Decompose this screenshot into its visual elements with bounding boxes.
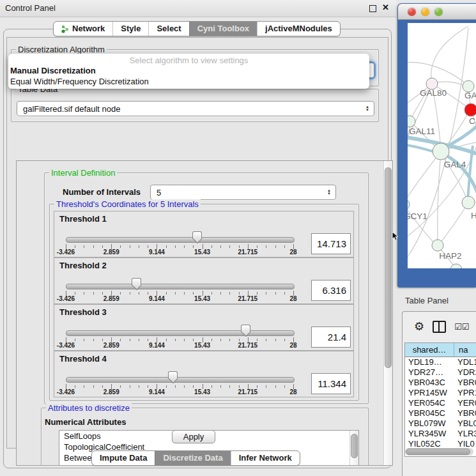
mac-minimize-icon[interactable] — [421, 8, 429, 16]
tick-mark — [193, 385, 194, 388]
network-edge[interactable] — [408, 151, 441, 203]
combo-stepper-icon: ▲▼ — [365, 105, 369, 112]
tab-infer-network[interactable]: Infer Network — [231, 451, 300, 465]
tab-label: Impute Data — [100, 451, 147, 465]
group-title-interval-definition: Interval Definition — [49, 168, 117, 178]
tab-style[interactable]: Style — [112, 22, 148, 36]
threshold-value-input[interactable]: 21.4 — [311, 326, 351, 348]
network-canvas[interactable]: GAL80GACGAL11GAL4GCY1HHAP2 — [408, 23, 476, 268]
tick-mark — [148, 385, 148, 388]
attributes-scrollbar-thumb[interactable] — [351, 434, 358, 458]
table-row[interactable]: YLR345WYLR3 — [405, 429, 476, 439]
threshold-slider-thumb[interactable] — [192, 231, 202, 244]
tick-label: 28 — [289, 388, 296, 395]
table-row[interactable]: YBR045CYBR0 — [405, 408, 476, 418]
group-title-thresholds: Threshold's Coordinates for 5 Intervals — [54, 199, 201, 209]
threshold-slider-track[interactable] — [66, 237, 295, 243]
network-edge[interactable] — [440, 204, 467, 244]
tab-select[interactable]: Select — [148, 22, 188, 36]
column-header[interactable]: shared… — [405, 343, 454, 357]
table-cell: YDL1 — [454, 357, 476, 367]
settings-scrollbar-thumb[interactable] — [385, 167, 392, 368]
tick-mark — [166, 385, 167, 388]
tick-label: 15.43 — [194, 342, 210, 349]
threshold-slider-thumb[interactable] — [241, 325, 250, 337]
tab-cyni-toolbox[interactable]: Cyni Toolbox — [189, 22, 257, 36]
table-row[interactable]: YDL19…YDL1 — [405, 357, 476, 367]
mac-close-icon[interactable] — [408, 8, 416, 16]
threshold-slider-track[interactable] — [66, 284, 295, 289]
algorithm-dropdown-popup: Select algorithm to view settings Manual… — [8, 54, 369, 89]
tick-mark — [102, 385, 103, 388]
threshold-slider-track[interactable] — [66, 330, 295, 336]
number-of-intervals-label: Number of Intervals — [63, 187, 141, 197]
table-panel-toolbar: ⚙ ☑☑ — [403, 312, 476, 341]
tick-mark — [93, 339, 94, 341]
column-header[interactable]: na — [454, 343, 476, 357]
tab-discretize-data[interactable]: Discretize Data — [155, 451, 230, 465]
attributes-scrollbar[interactable] — [349, 431, 358, 466]
tick-mark — [166, 339, 167, 341]
numerical-attributes-label: Numerical Attributes — [45, 417, 126, 427]
tab-impute-data[interactable]: Impute Data — [92, 451, 155, 465]
gear-icon[interactable]: ⚙ — [414, 321, 424, 332]
table-row[interactable]: YER054CYER0 — [405, 398, 476, 408]
tick-mark — [229, 385, 230, 388]
table-row[interactable]: YPR145WYPR1 — [405, 388, 476, 398]
network-node[interactable] — [450, 264, 462, 268]
close-icon[interactable]: ✕ — [382, 3, 389, 12]
tab-jactivemnodules[interactable]: jActiveMNodules — [257, 22, 340, 36]
threshold-slider-thumb[interactable] — [132, 278, 141, 291]
table-horizontal-scrollbar[interactable] — [405, 448, 473, 456]
threshold-value-input[interactable]: 14.713 — [311, 233, 351, 254]
network-node-gcy1[interactable] — [408, 199, 410, 210]
tick-label: 15.43 — [194, 295, 210, 302]
table-data-combobox[interactable]: galFiltered.sif default node ▲▼ — [17, 101, 374, 116]
tick-mark — [75, 339, 75, 341]
tick-label: 15.43 — [194, 249, 210, 256]
tick-mark — [139, 339, 139, 341]
network-edge[interactable] — [438, 153, 441, 243]
algorithm-option-equal-width[interactable]: Equal Width/Frequency Discretization — [8, 77, 369, 88]
threshold-label: Threshold 4 — [59, 354, 107, 364]
tab-network[interactable]: Network — [54, 22, 112, 36]
network-node-c[interactable] — [464, 104, 476, 116]
table-row[interactable]: YBR043CYBR0 — [405, 378, 476, 388]
threshold-slider-thumb[interactable] — [168, 371, 178, 384]
algorithm-option-manual[interactable]: Manual Discretization — [8, 66, 369, 77]
table-row[interactable]: YBL079WYBL0 — [405, 418, 476, 429]
table-cell: YER0 — [454, 398, 476, 408]
tick-mark — [130, 385, 130, 388]
tick-label: 2.859 — [104, 342, 119, 349]
apply-button[interactable]: Apply — [172, 430, 215, 443]
network-graph: GAL80GACGAL11GAL4GCY1HHAP2 — [408, 23, 476, 268]
algorithm-placeholder-option[interactable]: Select algorithm to view settings — [8, 56, 369, 66]
tick-mark — [275, 245, 276, 248]
table-cell: YBR0 — [454, 378, 476, 388]
settings-scrollbar[interactable] — [383, 161, 392, 465]
tick-mark — [275, 385, 276, 388]
tick-mark — [93, 385, 94, 388]
table-row[interactable]: YDR27…YDR2 — [405, 367, 476, 378]
group-interval-definition: Interval Definition Number of Intervals … — [44, 173, 369, 404]
mac-zoom-icon[interactable] — [434, 8, 443, 16]
network-node-hap2[interactable] — [432, 240, 443, 251]
select-columns-checkboxes-icon[interactable]: ☑☑ — [454, 322, 469, 332]
float-window-icon[interactable] — [369, 5, 376, 12]
tick-mark — [139, 245, 139, 248]
tick-mark — [239, 292, 240, 295]
tab-label: Discretize Data — [163, 451, 222, 465]
table-cell: YBR043C — [405, 378, 454, 388]
network-node-gal4[interactable] — [433, 143, 449, 160]
network-node-h[interactable] — [462, 196, 475, 209]
number-of-intervals-combobox[interactable]: 5 ▲▼ — [150, 185, 336, 200]
table-horizontal-scrollbar-thumb[interactable] — [406, 449, 470, 455]
threshold-slider-track[interactable] — [66, 377, 295, 383]
tick-mark — [130, 245, 130, 248]
tick-mark — [75, 245, 75, 248]
columns-icon[interactable] — [433, 321, 446, 333]
threshold-value-input[interactable]: 6.316 — [311, 280, 351, 301]
tick-mark — [84, 385, 84, 388]
threshold-value-input[interactable]: 11.344 — [311, 373, 351, 394]
tick-label: 21.715 — [238, 295, 258, 302]
